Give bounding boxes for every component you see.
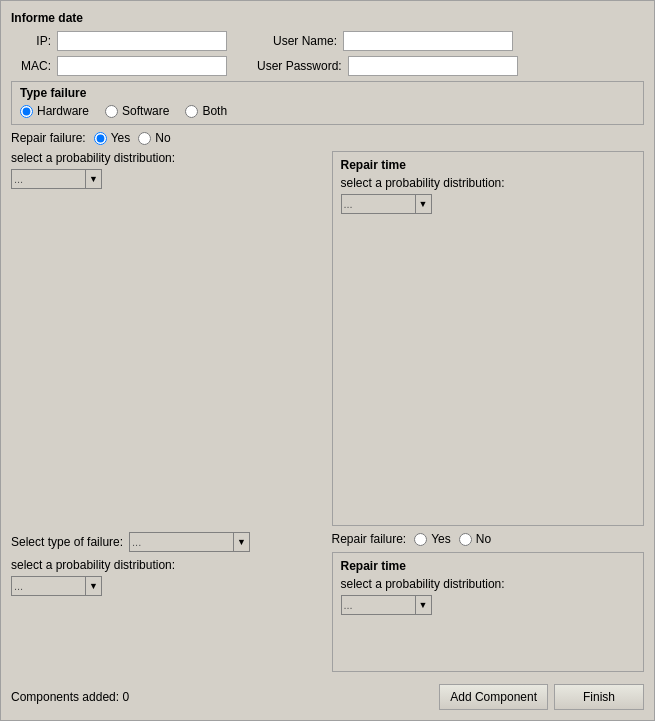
- type-failure-both[interactable]: Both: [185, 104, 227, 118]
- info-row-2: MAC: User Password:: [11, 56, 644, 76]
- components-count: Components added: 0: [11, 690, 129, 704]
- top-left-dd-text: ...: [11, 169, 86, 189]
- repair-time-bottom-dd-arrow[interactable]: ▼: [416, 595, 432, 615]
- userpassword-group: User Password:: [257, 56, 518, 76]
- mac-group: MAC:: [11, 56, 227, 76]
- top-left-dropdown-wrapper: ... ▼: [11, 169, 324, 189]
- repair-failure-no-radio[interactable]: [138, 132, 151, 145]
- type-failure-software-label: Software: [122, 104, 169, 118]
- bottom-left-dropdown[interactable]: ... ▼: [11, 576, 102, 596]
- repair-time-box-top: Repair time select a probability distrib…: [332, 151, 645, 526]
- bottom-right-no-label: No: [476, 532, 491, 546]
- type-failure-hardware[interactable]: Hardware: [20, 104, 89, 118]
- bottom-right-yes[interactable]: Yes: [414, 532, 451, 546]
- userpassword-input[interactable]: [348, 56, 518, 76]
- select-type-dd-text: ...: [129, 532, 234, 552]
- two-panel: select a probability distribution: ... ▼…: [11, 151, 644, 526]
- type-failure-software[interactable]: Software: [105, 104, 169, 118]
- select-type-label: Select type of failure:: [11, 535, 123, 549]
- repair-failure-no-label: No: [155, 131, 170, 145]
- finish-button[interactable]: Finish: [554, 684, 644, 710]
- info-row-1: IP: User Name:: [11, 31, 644, 51]
- userpassword-label: User Password:: [257, 59, 342, 73]
- repair-failure-yes-label: Yes: [111, 131, 131, 145]
- username-group: User Name:: [257, 31, 513, 51]
- right-panel: Repair time select a probability distrib…: [332, 151, 645, 526]
- bottom-left-dd-arrow[interactable]: ▼: [86, 576, 102, 596]
- top-left-prob-label: select a probability distribution:: [11, 151, 324, 165]
- type-failure-group: Type failure Hardware Software Both: [11, 81, 644, 125]
- repair-failure-no[interactable]: No: [138, 131, 170, 145]
- mac-label: MAC:: [11, 59, 51, 73]
- repair-time-top-prob-label: select a probability distribution:: [341, 176, 636, 190]
- top-left-dd-arrow[interactable]: ▼: [86, 169, 102, 189]
- repair-time-bottom-prob-label: select a probability distribution:: [341, 577, 636, 591]
- repair-time-top-dd-arrow[interactable]: ▼: [416, 194, 432, 214]
- repair-failure-right-row: Repair failure: Yes No: [332, 532, 645, 546]
- repair-failure-yes-radio[interactable]: [94, 132, 107, 145]
- repair-time-top-dropdown-wrapper: ... ▼: [341, 194, 636, 214]
- top-left-dropdown[interactable]: ... ▼: [11, 169, 102, 189]
- select-type-dropdown[interactable]: ... ▼: [129, 532, 250, 552]
- type-failure-both-label: Both: [202, 104, 227, 118]
- add-component-button[interactable]: Add Component: [439, 684, 548, 710]
- bottom-left-dropdown-wrapper: ... ▼: [11, 576, 324, 596]
- repair-time-bottom-title: Repair time: [341, 559, 636, 573]
- bottom-right: Repair failure: Yes No Repair time selec…: [332, 532, 645, 672]
- bottom-left: Select type of failure: ... ▼ select a p…: [11, 532, 324, 672]
- bottom-right-repair-label: Repair failure:: [332, 532, 407, 546]
- ip-label: IP:: [11, 34, 51, 48]
- mac-input[interactable]: [57, 56, 227, 76]
- footer-buttons: Add Component Finish: [439, 684, 644, 710]
- ip-group: IP:: [11, 31, 227, 51]
- bottom-right-no[interactable]: No: [459, 532, 491, 546]
- bottom-left-prob-label: select a probability distribution:: [11, 558, 324, 572]
- bottom-right-yes-radio[interactable]: [414, 533, 427, 546]
- bottom-section: Select type of failure: ... ▼ select a p…: [11, 532, 644, 672]
- repair-time-box-bottom: Repair time select a probability distrib…: [332, 552, 645, 672]
- type-failure-software-radio[interactable]: [105, 105, 118, 118]
- repair-time-top-title: Repair time: [341, 158, 636, 172]
- left-panel: select a probability distribution: ... ▼: [11, 151, 324, 526]
- repair-time-top-dd-text: ...: [341, 194, 416, 214]
- bottom-right-no-radio[interactable]: [459, 533, 472, 546]
- form-title: Informe date: [11, 11, 644, 25]
- type-failure-hardware-radio[interactable]: [20, 105, 33, 118]
- type-failure-hardware-label: Hardware: [37, 104, 89, 118]
- username-input[interactable]: [343, 31, 513, 51]
- type-failure-both-radio[interactable]: [185, 105, 198, 118]
- type-failure-legend: Type failure: [20, 86, 635, 100]
- repair-time-bottom-dropdown[interactable]: ... ▼: [341, 595, 432, 615]
- bottom-right-yes-label: Yes: [431, 532, 451, 546]
- main-container: Informe date IP: User Name: MAC: User Pa…: [0, 0, 655, 721]
- ip-input[interactable]: [57, 31, 227, 51]
- repair-failure-label: Repair failure:: [11, 131, 86, 145]
- repair-time-bottom-dd-text: ...: [341, 595, 416, 615]
- repair-time-top-dropdown[interactable]: ... ▼: [341, 194, 432, 214]
- repair-failure-row: Repair failure: Yes No: [11, 131, 644, 145]
- repair-time-bottom-dropdown-wrapper: ... ▼: [341, 595, 636, 615]
- bottom-left-dd-text: ...: [11, 576, 86, 596]
- footer-row: Components added: 0 Add Component Finish: [11, 680, 644, 710]
- username-label: User Name:: [257, 34, 337, 48]
- select-type-row: Select type of failure: ... ▼: [11, 532, 324, 552]
- repair-failure-yes[interactable]: Yes: [94, 131, 131, 145]
- type-failure-radio-group: Hardware Software Both: [20, 104, 635, 118]
- select-type-dd-arrow[interactable]: ▼: [234, 532, 250, 552]
